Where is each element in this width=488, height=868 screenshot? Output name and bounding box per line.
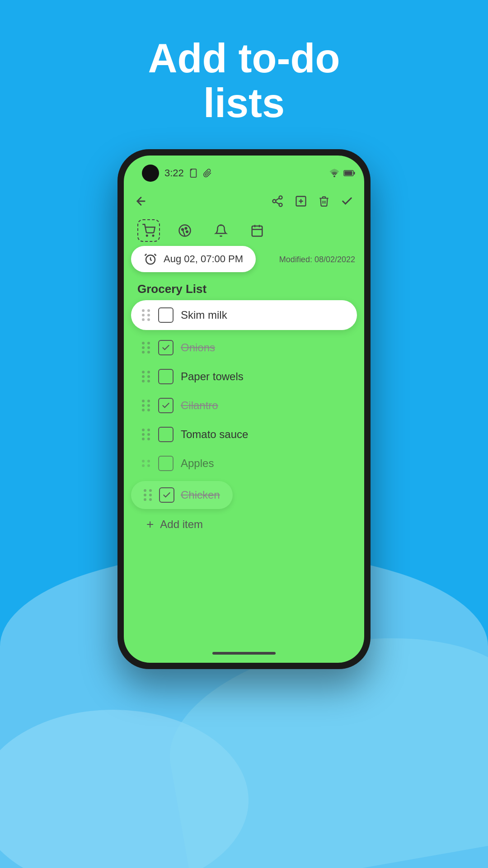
drag-handle-apples <box>142 460 151 467</box>
checkbox-paper-towels[interactable] <box>158 369 174 384</box>
tab-palette[interactable] <box>174 219 196 242</box>
drag-handle-tomato-sauce <box>142 429 151 440</box>
phone-container: 3:22 <box>117 149 371 669</box>
date-text: Aug 02, 07:00 PM <box>164 253 243 265</box>
drag-handle-onions <box>142 342 151 354</box>
phone-screen: 3:22 <box>124 156 364 663</box>
add-icon: + <box>146 517 154 532</box>
tab-calendar[interactable] <box>246 219 268 242</box>
status-bar: 3:22 <box>124 162 364 184</box>
drag-handle-chicken <box>144 489 153 501</box>
checkbox-apples[interactable] <box>158 456 174 471</box>
svg-line-9 <box>276 198 279 200</box>
item-text-onions: Onions <box>181 341 215 354</box>
checkbox-chicken[interactable] <box>159 487 174 503</box>
add-item-row[interactable]: + Add item <box>124 517 364 532</box>
drag-handle-paper-towels <box>142 371 151 382</box>
svg-point-13 <box>146 235 148 236</box>
todo-item-onions[interactable]: Onions <box>131 335 357 361</box>
svg-point-5 <box>279 196 282 199</box>
item-text-chicken: Chicken <box>181 489 220 501</box>
alarm-clock-icon <box>144 252 157 266</box>
status-time: 3:22 <box>164 167 212 179</box>
phone-frame: 3:22 <box>117 149 371 669</box>
confirm-button[interactable] <box>341 195 353 211</box>
svg-point-14 <box>153 235 154 236</box>
checkbox-tomato-sauce[interactable] <box>158 427 174 442</box>
item-text-cilantro: Cilantro <box>181 399 218 412</box>
todo-item-tomato-sauce[interactable]: Tomato sauce <box>131 421 357 448</box>
checkbox-cilantro[interactable] <box>158 398 174 413</box>
header-line2: lists <box>0 81 488 126</box>
svg-point-7 <box>279 203 282 206</box>
drag-handle-skim-milk <box>142 309 151 321</box>
add-item-text: Add item <box>160 518 203 531</box>
attachment-icon <box>203 169 212 178</box>
todo-list: Skim milk Onions <box>124 300 364 479</box>
modified-text: Modified: 08/02/2022 <box>279 255 355 264</box>
delete-button[interactable] <box>318 195 330 211</box>
tab-cart[interactable] <box>137 219 160 242</box>
header-text: Add to-do lists <box>0 36 488 126</box>
toolbar-right <box>271 195 353 211</box>
camera-hole <box>142 165 159 182</box>
svg-line-8 <box>276 202 279 204</box>
header-line1: Add to-do <box>0 36 488 81</box>
svg-rect-4 <box>354 172 355 175</box>
back-button[interactable] <box>135 195 147 211</box>
toolbar <box>124 188 364 217</box>
svg-rect-3 <box>345 171 352 175</box>
save-note-button[interactable] <box>295 195 307 211</box>
share-button[interactable] <box>271 195 284 211</box>
home-bar <box>212 652 276 655</box>
checkbox-skim-milk[interactable] <box>158 307 174 323</box>
item-text-paper-towels: Paper towels <box>181 370 244 383</box>
item-text-apples: Apples <box>181 457 214 470</box>
todo-item-skim-milk[interactable]: Skim milk <box>131 300 357 330</box>
chicken-pill[interactable]: Chicken <box>131 481 233 509</box>
todo-item-cilantro[interactable]: Cilantro <box>131 392 357 419</box>
sim-icon <box>188 168 198 178</box>
svg-point-1 <box>333 175 335 177</box>
svg-point-6 <box>273 199 276 203</box>
date-pill[interactable]: Aug 02, 07:00 PM <box>131 246 256 272</box>
wifi-icon <box>329 168 340 179</box>
checkbox-onions[interactable] <box>158 340 174 355</box>
time-display: 3:22 <box>164 167 184 179</box>
svg-point-16 <box>182 229 183 231</box>
item-text-skim-milk: Skim milk <box>181 309 227 321</box>
svg-point-18 <box>186 231 188 233</box>
tab-alarm[interactable] <box>210 219 232 242</box>
toolbar-left <box>135 195 147 211</box>
todo-item-apples[interactable]: Apples <box>131 450 357 476</box>
list-title: Grocery List <box>137 282 206 296</box>
svg-point-17 <box>185 227 187 229</box>
drag-handle-cilantro <box>142 400 151 411</box>
item-text-tomato-sauce: Tomato sauce <box>181 428 248 441</box>
svg-rect-20 <box>252 226 263 236</box>
battery-icon <box>343 170 355 177</box>
tab-bar <box>124 217 364 244</box>
status-icons-right <box>329 168 355 179</box>
todo-item-paper-towels[interactable]: Paper towels <box>131 363 357 390</box>
